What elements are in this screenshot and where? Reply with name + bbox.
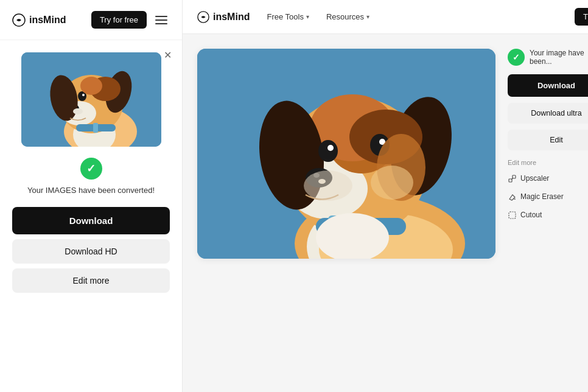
right-success-row: ✓ Your image have been... [508,49,588,66]
right-sidebar: ✓ Your image have been... Download Downl… [508,49,588,221]
right-main: ✓ Your image have been... Download Downl… [183,34,588,392]
hamburger-menu-button[interactable] [153,13,170,27]
right-success-icon: ✓ [508,49,525,66]
menu-line-3 [155,23,167,24]
menu-line-2 [155,19,167,21]
nav-resources-chevron-icon: ▾ [366,13,369,20]
main-image-container [197,49,495,259]
main-dog-image [197,49,495,259]
svg-point-37 [304,170,352,201]
right-panel: insMind Free Tools ▾ Resources ▾ Tr... [183,0,588,392]
checkmark-icon: ✓ [86,162,96,175]
nav-resources-label: Resources [326,12,364,21]
right-logo: insMind [197,11,250,23]
close-button[interactable]: ✕ [160,47,175,62]
svg-point-8 [82,94,85,96]
svg-point-30 [318,140,338,162]
nav-free-tools-label: Free Tools [267,12,303,21]
right-edit-button[interactable]: Edit [508,130,588,150]
upscaler-item[interactable]: Upscaler [508,172,588,184]
logo-icon [12,13,26,27]
upscaler-label: Upscaler [520,174,549,183]
menu-line-1 [155,16,167,17]
svg-rect-16 [93,123,98,133]
upscaler-icon [508,174,516,183]
svg-point-42 [371,166,413,200]
success-icon: ✓ [80,158,102,180]
right-header: insMind Free Tools ▾ Resources ▾ Tr... [183,0,588,34]
svg-point-17 [73,108,83,114]
converted-text: Your IMAGES have been converted! [27,186,155,195]
left-logo-text: insMind [29,15,66,26]
left-content: ✕ [0,40,182,392]
download-hd-button[interactable]: Download HD [12,239,170,264]
cutout-item[interactable]: Cutout [508,209,588,221]
magic-eraser-icon [508,192,516,201]
right-checkmark-icon: ✓ [513,52,520,62]
image-preview [21,52,161,147]
edit-more-button[interactable]: Edit more [12,268,170,293]
right-download-button[interactable]: Download [508,74,588,97]
nav-free-tools-chevron-icon: ▾ [306,13,309,20]
right-success-text: Your image have been... [530,49,588,66]
edit-more-label: Edit more [508,159,588,166]
nav-free-tools[interactable]: Free Tools ▾ [267,12,309,21]
try-for-free-button[interactable]: Try for free [91,11,147,29]
left-header-right: Try for free [91,11,170,29]
right-logo-icon [197,11,209,23]
svg-point-31 [327,145,334,151]
cutout-label: Cutout [520,211,542,219]
dog-preview-image [21,52,161,147]
cutout-icon [508,211,516,219]
main-image [197,49,495,259]
left-header: insMind Try for free [0,0,182,40]
right-logo-text: insMind [213,12,250,23]
nav-resources[interactable]: Resources ▾ [326,12,369,21]
magic-eraser-item[interactable]: Magic Eraser [508,191,588,203]
right-download-ultra-button[interactable]: Download ultra [508,103,588,124]
download-button[interactable]: Download [12,207,170,234]
svg-point-14 [80,77,102,95]
left-logo: insMind [12,13,66,27]
left-panel: insMind Try for free ✕ [0,0,183,392]
right-try-button[interactable]: Tr... [575,8,588,26]
svg-rect-47 [509,212,516,219]
magic-eraser-label: Magic Eraser [520,192,564,201]
